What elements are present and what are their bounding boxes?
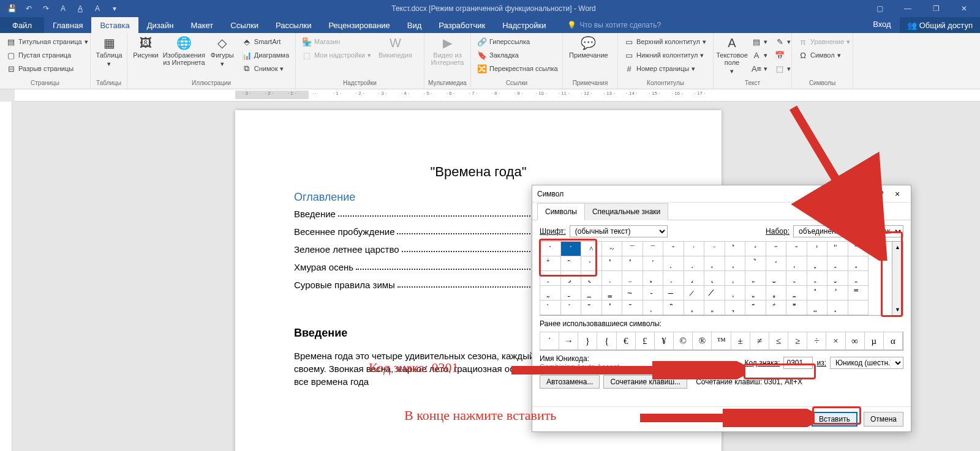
symbol-cell[interactable]: ́: [560, 300, 582, 315]
tab-mailings[interactable]: Рассылки: [267, 17, 320, 33]
symbol-cell[interactable]: ̭: [807, 270, 828, 286]
recent-symbol-cell[interactable]: ≥: [788, 332, 807, 350]
cover-page-button[interactable]: ▤Титульная страница ▾: [4, 35, 91, 48]
blank-page-button[interactable]: ▢Пустая страница: [4, 49, 91, 61]
signature-button[interactable]: ✎▾: [772, 35, 793, 48]
symbol-cell[interactable]: ̓: [601, 300, 623, 315]
symbol-cell[interactable]: ͇: [684, 300, 705, 315]
cancel-button[interactable]: Отмена: [864, 412, 903, 427]
textbox-button[interactable]: AТекстовое поле▾: [717, 34, 747, 76]
symbol-cell[interactable]: ͎: [827, 300, 848, 315]
vertical-ruler[interactable]: [0, 102, 12, 451]
tab-developer[interactable]: Разработчик: [430, 17, 494, 33]
symbol-cell[interactable]: ̙: [725, 256, 746, 271]
symbol-cell[interactable]: ̀: [540, 300, 561, 315]
tab-home[interactable]: Главная: [44, 17, 91, 33]
page-break-button[interactable]: ⊟Разрыв страницы: [4, 62, 91, 75]
symbol-cell[interactable]: ̬: [786, 270, 807, 286]
symbol-cell[interactable]: ̱: [560, 285, 582, 300]
dialog-close-icon[interactable]: ×: [889, 189, 906, 199]
datetime-button[interactable]: 📅: [772, 49, 793, 61]
recent-symbol-cell[interactable]: ≤: [769, 332, 788, 350]
recent-symbol-cell[interactable]: £: [635, 332, 655, 350]
horizontal-ruler[interactable]: · 3 ·· 2 ·· 1 ·· ·· 1 ·· 2 ·· 3 ·· 4 ·· …: [15, 89, 980, 102]
symbol-cell[interactable]: ̕: [643, 256, 664, 271]
dropcap-button[interactable]: A≡▾: [749, 62, 770, 75]
table-button[interactable]: ▦Таблица▾: [94, 34, 124, 69]
symbol-cell[interactable]: ̓: [601, 256, 623, 271]
tab-design[interactable]: Дизайн: [138, 17, 183, 33]
symbol-cell[interactable]: ̨: [704, 270, 725, 286]
header-button[interactable]: ▭Верхний колонтитул ▾: [622, 35, 709, 48]
symbol-cell[interactable]: ̥: [643, 270, 664, 286]
symbol-cell[interactable]: ˚: [745, 241, 766, 256]
symbol-cell[interactable]: ̚: [745, 256, 766, 271]
hyperlink-button[interactable]: 🔗Гиперссылка: [475, 35, 560, 48]
online-pictures-button[interactable]: 🌐Изображения из Интернета: [163, 34, 205, 67]
symbol-cell[interactable]: ˝: [766, 241, 787, 256]
recent-symbol-cell[interactable]: ™: [711, 332, 731, 350]
tab-insert[interactable]: Вставка: [91, 17, 138, 33]
recent-symbol-cell[interactable]: ±: [731, 332, 750, 350]
symbol-cell[interactable]: ̈́: [622, 300, 643, 315]
tab-view[interactable]: Вид: [399, 17, 431, 33]
online-video-button[interactable]: ▶Видео из Интернета: [428, 34, 467, 67]
symbol-cell[interactable]: ͈: [704, 300, 725, 315]
recent-symbol-cell[interactable]: ∞: [845, 332, 865, 350]
symbol-cell[interactable]: ̧: [684, 270, 705, 286]
symbol-cell[interactable]: ͉: [725, 300, 746, 315]
symbol-cell[interactable]: ̺: [745, 285, 766, 300]
quickparts-button[interactable]: ▤▾: [749, 35, 770, 48]
symbol-cell[interactable]: ̪: [745, 270, 766, 286]
symbol-cell[interactable]: ̗: [684, 256, 705, 271]
signin-link[interactable]: Вход: [864, 17, 899, 33]
symbol-cell[interactable]: ̛: [766, 256, 787, 271]
symbol-cell[interactable]: ̤: [622, 270, 643, 286]
ribbon-options-icon[interactable]: ▢: [866, 0, 893, 17]
shapes-button[interactable]: ◇Фигуры▾: [208, 34, 237, 69]
symbol-cell[interactable]: ̲: [581, 285, 602, 300]
tab-symbols[interactable]: Символы: [537, 203, 585, 220]
symbol-cell[interactable]: ͂: [581, 300, 602, 315]
my-addins-button[interactable]: ⬚Мои надстройки ▾: [300, 49, 374, 61]
symbol-cell[interactable]: ̾: [827, 285, 848, 300]
symbol-cell[interactable]: ~: [601, 241, 623, 256]
tab-file[interactable]: Файл: [0, 17, 44, 33]
recent-symbol-cell[interactable]: {: [597, 332, 616, 350]
symbol-cell[interactable]: ˘: [663, 241, 684, 256]
recent-symbol-cell[interactable]: ®: [692, 332, 712, 350]
symbol-cell[interactable]: ̳: [601, 285, 623, 300]
recent-symbol-cell[interactable]: µ: [864, 332, 884, 350]
symbol-cell[interactable]: ̉: [725, 241, 746, 256]
font-select[interactable]: (обычный текст): [570, 225, 668, 237]
symbol-cell[interactable]: ͍: [807, 300, 828, 315]
symbol-cell[interactable]: ͊: [745, 300, 766, 315]
symbol-cell[interactable]: ͆: [663, 300, 684, 315]
footer-button[interactable]: ▭Нижний колонтитул ▾: [622, 49, 709, 61]
recent-symbol-cell[interactable]: ´: [540, 332, 559, 350]
effects-icon[interactable]: A: [91, 2, 104, 15]
recent-symbol-cell[interactable]: ¥: [654, 332, 674, 350]
symbol-cell[interactable]: ̰: [540, 285, 561, 300]
pagenumber-button[interactable]: #Номер страницы ▾: [622, 62, 709, 75]
chart-button[interactable]: 📊Диаграмма: [239, 49, 292, 61]
undo-icon[interactable]: ↶: [22, 2, 36, 15]
wordart-button[interactable]: A▾: [749, 49, 770, 61]
maximize-icon[interactable]: ❐: [922, 0, 949, 17]
symbol-cell[interactable]: ͅ: [643, 300, 664, 315]
symbol-cell[interactable]: ̣: [601, 270, 623, 286]
recent-symbol-cell[interactable]: α: [883, 332, 903, 350]
symbol-cell[interactable]: ̻: [766, 285, 787, 300]
from-select[interactable]: Юникод (шестн.): [830, 357, 903, 369]
font-color-icon[interactable]: A: [56, 2, 70, 15]
recent-symbol-cell[interactable]: →: [559, 332, 578, 350]
symbol-cell[interactable]: ̮: [827, 270, 848, 286]
smartart-button[interactable]: ⬘SmartArt: [239, 35, 292, 48]
tab-addins[interactable]: Надстройки: [494, 17, 554, 33]
symbol-cell[interactable]: ̸: [704, 285, 725, 300]
tell-me[interactable]: 💡Что вы хотите сделать?: [555, 17, 865, 33]
tab-references[interactable]: Ссылки: [222, 17, 267, 33]
wikipedia-button[interactable]: WВикипедия: [376, 34, 415, 60]
share-button[interactable]: 👥Общий доступ: [900, 17, 980, 33]
object-button[interactable]: ⬚▾: [772, 62, 793, 75]
